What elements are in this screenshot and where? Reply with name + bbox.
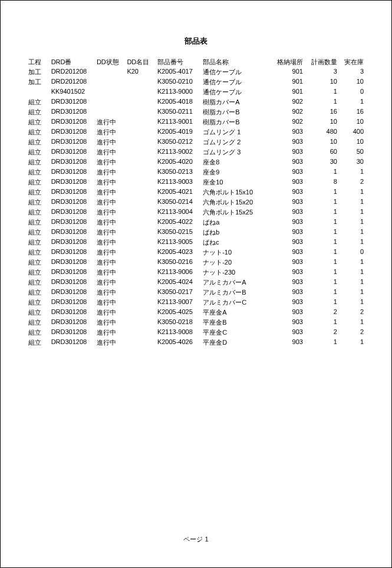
cell-drd: DRD301208 [50, 127, 95, 137]
cell-drd: DRD301208 [50, 187, 95, 197]
cell-stock: 2 [338, 328, 365, 338]
cell-partno: K2113-9005 [156, 237, 202, 247]
cell-proc: 組立 [27, 197, 50, 207]
cell-proc: 組立 [27, 328, 50, 338]
table-row: 組立DRD301208進行中K3050-0212ゴムリング 29031010 [27, 137, 365, 147]
cell-stock: 0 [338, 247, 365, 257]
cell-status: 進行中 [95, 177, 126, 187]
page-footer: ページ 1 [1, 535, 391, 544]
cell-proc: 加工 [27, 67, 50, 77]
cell-stock: 1 [338, 197, 365, 207]
cell-drd: DRD301208 [50, 247, 95, 257]
cell-partnm: ナット-230 [202, 268, 270, 278]
cell-status: 進行中 [95, 117, 126, 127]
cell-ddname [126, 338, 156, 348]
cell-stock: 16 [338, 107, 365, 117]
cell-stock: 1 [338, 268, 365, 278]
cell-stock: 1 [338, 257, 365, 268]
cell-loc: 903 [270, 167, 304, 177]
cell-plan: 1 [304, 268, 338, 278]
cell-proc [27, 87, 50, 97]
cell-stock: 1 [338, 97, 365, 107]
cell-status: 進行中 [95, 298, 126, 308]
cell-loc: 903 [270, 268, 304, 278]
col-header-plan: 計画数量 [304, 57, 338, 67]
table-row: 組立DRD301208進行中K2113-9003座金1090382 [27, 177, 365, 187]
cell-drd: DRD301208 [50, 237, 95, 247]
cell-status: 進行中 [95, 147, 126, 157]
cell-plan: 1 [304, 207, 338, 217]
cell-proc: 組立 [27, 157, 50, 167]
cell-stock: 400 [338, 127, 365, 137]
cell-status [95, 97, 126, 107]
cell-plan: 1 [304, 167, 338, 177]
table-header-row: 工程 DRD番 DD状態 DD名目 部品番号 部品名称 格納場所 計画数量 実在… [27, 57, 365, 67]
cell-loc: 903 [270, 147, 304, 157]
table-row: 組立DRD301208進行中K3050-0217アルミカバーB90311 [27, 288, 365, 298]
cell-drd: DRD301208 [50, 268, 95, 278]
cell-drd: DRD301208 [50, 107, 95, 117]
table-row: 組立DRD301208進行中K3050-0214六角ボルト15x2090311 [27, 197, 365, 207]
cell-partno: K3050-0213 [156, 167, 202, 177]
cell-loc: 903 [270, 278, 304, 288]
cell-partno: K2113-9008 [156, 328, 202, 338]
cell-status: 進行中 [95, 257, 126, 268]
cell-loc: 903 [270, 328, 304, 338]
cell-stock: 1 [338, 288, 365, 298]
table-row: 組立DRD301208進行中K2005-4022ばねa90311 [27, 217, 365, 227]
cell-partnm: ナット-20 [202, 257, 270, 268]
cell-stock: 50 [338, 147, 365, 157]
cell-stock: 10 [338, 117, 365, 127]
cell-ddname [126, 207, 156, 217]
cell-proc: 組立 [27, 217, 50, 227]
cell-partno: K2005-4020 [156, 157, 202, 167]
cell-proc: 組立 [27, 268, 50, 278]
cell-partno: K2113-9007 [156, 298, 202, 308]
cell-loc: 903 [270, 207, 304, 217]
cell-plan: 10 [304, 77, 338, 87]
cell-proc: 組立 [27, 338, 50, 348]
table-row: 組立DRD301208進行中K3050-0216ナット-2090311 [27, 257, 365, 268]
cell-loc: 903 [270, 137, 304, 147]
cell-partnm: 座金10 [202, 177, 270, 187]
table-row: 組立DRD301208進行中K2005-4019ゴムリング 1903480400 [27, 127, 365, 137]
cell-ddname: K20 [126, 67, 156, 77]
cell-partno: K3050-0218 [156, 318, 202, 328]
cell-partnm: 六角ボルト15x20 [202, 197, 270, 207]
cell-proc: 組立 [27, 107, 50, 117]
cell-status [95, 67, 126, 77]
cell-status: 進行中 [95, 278, 126, 288]
cell-partno: K3050-0217 [156, 288, 202, 298]
cell-partnm: 樹脂カバーB [202, 117, 270, 127]
cell-plan: 1 [304, 278, 338, 288]
cell-partno: K3050-0212 [156, 137, 202, 147]
cell-partno: K2113-9004 [156, 207, 202, 217]
parts-table: 工程 DRD番 DD状態 DD名目 部品番号 部品名称 格納場所 計画数量 実在… [27, 57, 365, 348]
cell-loc: 901 [270, 87, 304, 97]
cell-proc: 組立 [27, 137, 50, 147]
cell-status: 進行中 [95, 187, 126, 197]
table-row: 加工DRD201208K3050-0210通信ケーブル9011010 [27, 77, 365, 87]
cell-ddname [126, 177, 156, 187]
cell-loc: 901 [270, 77, 304, 87]
cell-ddname [126, 328, 156, 338]
cell-status [95, 107, 126, 117]
cell-ddname [126, 97, 156, 107]
cell-partnm: 樹脂カバーB [202, 107, 270, 117]
cell-drd: DRD301208 [50, 137, 95, 147]
cell-stock: 10 [338, 137, 365, 147]
table-row: 加工DRD201208K20K2005-4017通信ケーブル90133 [27, 67, 365, 77]
cell-partnm: 座金9 [202, 167, 270, 177]
table-row: 組立DRD301208K3050-0211樹脂カバーB9021616 [27, 107, 365, 117]
cell-partno: K2005-4025 [156, 308, 202, 318]
cell-status: 進行中 [95, 217, 126, 227]
cell-plan: 1 [304, 298, 338, 308]
cell-loc: 902 [270, 117, 304, 127]
cell-loc: 903 [270, 308, 304, 318]
cell-partno: K3050-0215 [156, 227, 202, 237]
table-row: 組立DRD301208進行中K2005-4024アルミカバーA90311 [27, 278, 365, 288]
cell-drd: DRD301208 [50, 177, 95, 187]
report-title: 部品表 [27, 36, 365, 47]
table-row: 組立DRD301208進行中K3050-0215ばねb90311 [27, 227, 365, 237]
cell-plan: 1 [304, 187, 338, 197]
